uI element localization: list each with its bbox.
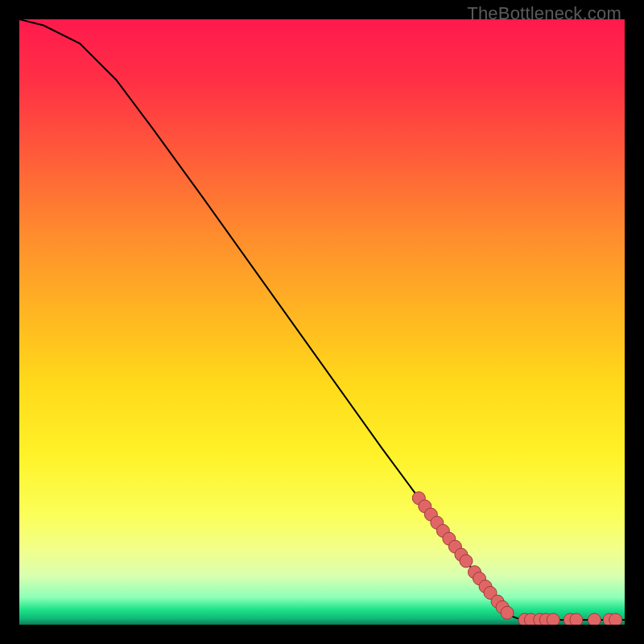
gradient-background (19, 19, 625, 625)
data-marker (588, 613, 601, 625)
chart-canvas (19, 19, 625, 625)
data-marker (501, 606, 514, 619)
chart-frame (19, 19, 625, 625)
data-marker (609, 613, 622, 625)
data-marker (547, 613, 559, 625)
data-marker (570, 613, 583, 625)
data-marker (460, 555, 473, 568)
